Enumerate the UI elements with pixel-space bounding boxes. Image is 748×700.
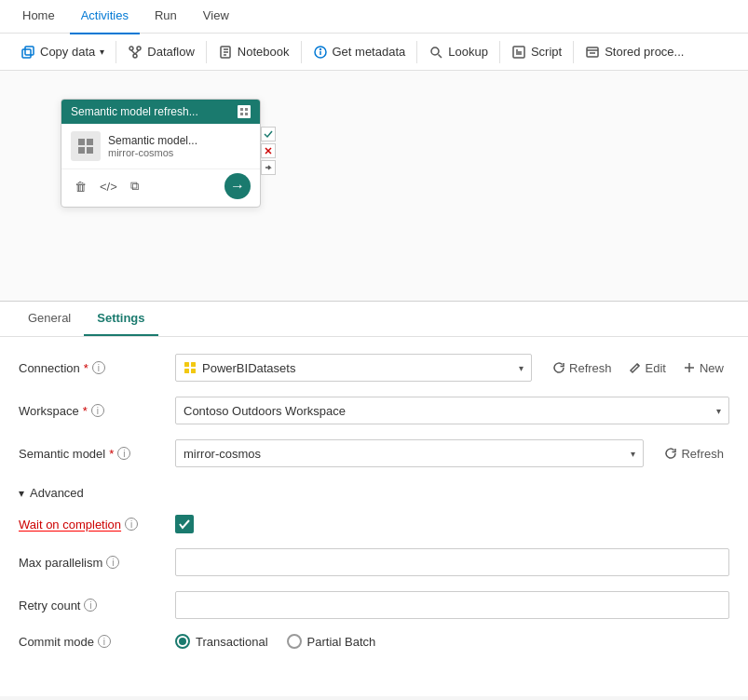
wait-checkbox[interactable] bbox=[175, 515, 194, 533]
refresh-icon bbox=[552, 361, 565, 374]
connection-edit-btn[interactable]: Edit bbox=[623, 357, 672, 379]
status-check-btn[interactable] bbox=[261, 127, 276, 141]
lookup-button[interactable]: Lookup bbox=[419, 39, 497, 65]
node-title: Semantic model refresh... bbox=[71, 105, 198, 118]
wait-info-icon[interactable]: i bbox=[125, 518, 138, 531]
semantic-model-select-box[interactable]: mirror-cosmos ▾ bbox=[175, 439, 644, 467]
node-resize-btn[interactable] bbox=[238, 105, 251, 118]
workspace-select-box[interactable]: Contoso Outdoors Workspace ▾ bbox=[175, 397, 729, 424]
dropdown-arrow: ▾ bbox=[100, 47, 104, 57]
top-nav: Home Activities Run View bbox=[0, 0, 748, 34]
workspace-label: Workspace * i bbox=[19, 404, 168, 418]
connection-row: Connection * i PowerBIDatasets ▾ Refresh bbox=[19, 354, 729, 382]
node-arrow-btn[interactable]: → bbox=[224, 173, 251, 199]
connection-new-btn[interactable]: New bbox=[677, 357, 729, 379]
semantic-model-actions: Refresh bbox=[659, 443, 729, 464]
dataflow-button[interactable]: Dataflow bbox=[118, 39, 204, 65]
workspace-value: Contoso Outdoors Workspace bbox=[184, 404, 716, 418]
max-parallelism-label: Max parallelism i bbox=[19, 556, 168, 570]
semantic-model-refresh-btn[interactable]: Refresh bbox=[659, 443, 729, 464]
delete-node-btn[interactable]: 🗑 bbox=[71, 178, 90, 195]
node-actions: 🗑 </> ⧉ → bbox=[61, 168, 260, 207]
connection-refresh-btn[interactable]: Refresh bbox=[547, 357, 618, 379]
svg-rect-36 bbox=[191, 369, 196, 373]
advanced-toggle[interactable]: ▾ Advanced bbox=[19, 482, 729, 504]
svg-rect-30 bbox=[87, 147, 93, 154]
workspace-chevron: ▾ bbox=[716, 406, 721, 416]
retry-count-info-icon[interactable]: i bbox=[84, 599, 97, 612]
divider-5 bbox=[499, 41, 500, 63]
nav-view[interactable]: View bbox=[192, 0, 240, 34]
semantic-model-value: mirror-cosmos bbox=[184, 447, 631, 461]
copy-icon bbox=[20, 45, 35, 60]
sm-refresh-icon bbox=[664, 447, 677, 460]
nav-home[interactable]: Home bbox=[11, 0, 66, 34]
transactional-radio[interactable]: Transactional bbox=[175, 634, 268, 649]
svg-line-15 bbox=[439, 54, 442, 58]
divider-3 bbox=[301, 41, 302, 63]
commit-mode-info-icon[interactable]: i bbox=[98, 635, 111, 648]
divider-6 bbox=[573, 41, 574, 63]
svg-rect-25 bbox=[240, 113, 243, 115]
workspace-info-icon[interactable]: i bbox=[91, 404, 104, 417]
chevron-down-icon: ▾ bbox=[19, 487, 24, 500]
svg-rect-27 bbox=[78, 139, 85, 145]
svg-rect-34 bbox=[191, 362, 196, 367]
transactional-radio-dot bbox=[179, 638, 186, 645]
semantic-model-label: Semantic model * i bbox=[19, 447, 168, 461]
divider-2 bbox=[206, 41, 207, 63]
get-metadata-button[interactable]: Get metadata bbox=[304, 39, 415, 65]
connection-select[interactable]: PowerBIDatasets ▾ bbox=[175, 354, 532, 382]
svg-rect-20 bbox=[587, 47, 598, 57]
semantic-model-required: * bbox=[109, 447, 114, 461]
wait-on-completion-label: Wait on completion i bbox=[19, 518, 168, 532]
plus-icon bbox=[683, 361, 696, 374]
status-arrow-btn[interactable] bbox=[261, 160, 276, 175]
retry-count-input[interactable] bbox=[175, 591, 729, 619]
copy-data-button[interactable]: Copy data ▾ bbox=[11, 39, 114, 65]
code-node-btn[interactable]: </> bbox=[96, 178, 121, 195]
semantic-model-chevron: ▾ bbox=[631, 449, 635, 459]
copy-node-btn[interactable]: ⧉ bbox=[127, 177, 143, 195]
powerbi-icon bbox=[184, 361, 197, 374]
semantic-model-info-icon[interactable]: i bbox=[117, 447, 130, 460]
svg-rect-23 bbox=[240, 108, 243, 111]
svg-rect-0 bbox=[22, 49, 31, 58]
max-parallelism-input[interactable] bbox=[175, 548, 729, 576]
tab-settings[interactable]: Settings bbox=[84, 302, 157, 336]
activity-node: Semantic model refresh... Semantic model… bbox=[61, 99, 261, 208]
connection-actions: Refresh Edit New bbox=[547, 357, 729, 379]
node-side-status bbox=[261, 127, 276, 175]
connection-value: PowerBIDatasets bbox=[184, 361, 519, 375]
commit-mode-radio-group: Transactional Partial Batch bbox=[175, 634, 729, 649]
notebook-button[interactable]: Notebook bbox=[209, 39, 299, 65]
edit-icon bbox=[629, 361, 642, 374]
semantic-model-select[interactable]: mirror-cosmos ▾ bbox=[175, 439, 644, 467]
status-cross-btn[interactable] bbox=[261, 143, 276, 158]
svg-point-14 bbox=[431, 47, 439, 55]
semantic-model-row: Semantic model * i mirror-cosmos ▾ Refre… bbox=[19, 439, 729, 467]
svg-rect-24 bbox=[245, 108, 248, 111]
panel-tabs: General Settings bbox=[0, 302, 748, 337]
connection-select-box[interactable]: PowerBIDatasets ▾ bbox=[175, 354, 532, 382]
nav-activities[interactable]: Activities bbox=[70, 0, 140, 34]
max-parallelism-info-icon[interactable]: i bbox=[106, 556, 119, 569]
stored-procedure-button[interactable]: Stored proce... bbox=[576, 39, 693, 65]
partial-batch-radio-circle bbox=[287, 634, 302, 649]
notebook-icon bbox=[218, 45, 233, 60]
svg-rect-28 bbox=[78, 147, 85, 154]
workspace-select[interactable]: Contoso Outdoors Workspace ▾ bbox=[175, 397, 729, 424]
script-icon bbox=[511, 45, 526, 60]
node-info: Semantic model... mirror-cosmos bbox=[108, 134, 251, 158]
toolbar: Copy data ▾ Dataflow Notebook Get metada… bbox=[0, 34, 748, 71]
connection-info-icon[interactable]: i bbox=[92, 361, 105, 374]
bottom-panel: General Settings Connection * i PowerBID… bbox=[0, 302, 748, 696]
canvas-area: Semantic model refresh... Semantic model… bbox=[0, 71, 748, 302]
retry-count-row: Retry count i bbox=[19, 591, 729, 619]
node-name: Semantic model... bbox=[108, 134, 251, 147]
wait-checkbox-container bbox=[175, 515, 729, 533]
nav-run[interactable]: Run bbox=[143, 0, 188, 34]
tab-general[interactable]: General bbox=[15, 302, 84, 336]
script-button[interactable]: Script bbox=[502, 39, 571, 65]
partial-batch-radio[interactable]: Partial Batch bbox=[287, 634, 376, 649]
